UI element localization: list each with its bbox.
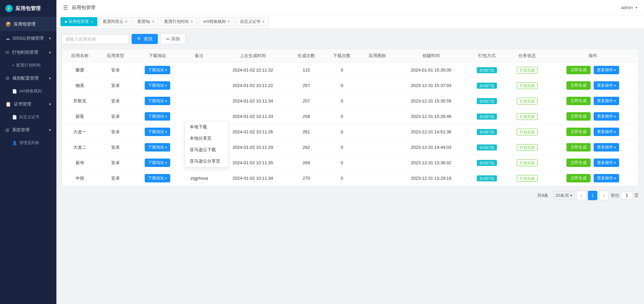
cell-app-icon (360, 78, 395, 93)
download-btn-row-4[interactable]: 下载地址 ▾ (145, 128, 170, 136)
sidebar: ⚡ 应用包管理 📦 应用包管理 ☁ OSS云存储管理 ▾ ✉ 打包时间管理 ▾ … (0, 0, 56, 304)
sidebar-item-cert[interactable]: 📋 证书管理 ▾ (0, 97, 56, 111)
pagination-prev-btn[interactable]: ‹ (577, 191, 586, 200)
tab-config-ali[interactable]: 配置阿里云 ✕ (99, 17, 132, 26)
generate-btn-row-0[interactable]: 立即生成 (566, 66, 591, 74)
status-badge: 打包完成 (517, 160, 538, 166)
sidebar-sub-admin-list[interactable]: 👤 管理员列表 (0, 137, 56, 149)
sidebar-item-pack-time[interactable]: ✉ 打包时间管理 ▾ (0, 45, 56, 59)
pagination-page-1-btn[interactable]: 1 (588, 191, 597, 200)
cell-dl-count: 0 (324, 78, 360, 93)
cell-app-type: 安卓 (98, 124, 133, 140)
pagination-next-btn[interactable]: › (599, 191, 609, 200)
header: ☰ 应用包管理 admin ▾ (56, 0, 644, 15)
more-btn-row-7[interactable]: 更多操作 ▾ (594, 174, 619, 182)
generate-btn-row-2[interactable]: 立即生成 (566, 97, 591, 105)
more-btn-row-5[interactable]: 更多操作 ▾ (594, 143, 619, 151)
tab-app-pack-close-icon[interactable]: ✕ (90, 20, 93, 24)
col-app-name: 应用名称 (62, 49, 98, 62)
admin-name[interactable]: admin (621, 5, 633, 10)
page-size-select[interactable]: 20条/页 ▾ (553, 191, 574, 200)
more-chevron-icon: ▾ (614, 145, 616, 149)
cell-last-gen: 2024-01-02 10:11:34 (217, 93, 288, 109)
tab-xml-replace[interactable]: xml替换规则 ✕ (199, 17, 234, 26)
table-row: 大道一 安卓 下载地址 ▾ 2024-01-02 10:11:26 261 0 … (62, 124, 638, 140)
more-chevron-icon: ▾ (614, 68, 616, 72)
cell-ops: 立即生成 更多操作 ▾ (547, 109, 638, 124)
tab-config-ali-close-icon[interactable]: ✕ (125, 20, 128, 24)
sidebar-sub-config-time[interactable]: + 配置打包时间 (0, 59, 56, 71)
sys-chevron: ▾ (49, 128, 51, 132)
cell-download-url: 下载地址 ▾ (133, 155, 181, 171)
dropdown-item-aws-share[interactable]: 亚马逊云分享页 (185, 156, 228, 167)
generate-btn-row-6[interactable]: 立即生成 (566, 159, 591, 167)
download-btn-row-1[interactable]: 下载地址 ▾ (145, 81, 170, 90)
more-btn-row-4[interactable]: 更多操作 ▾ (594, 128, 619, 136)
rule-config-chevron: ▾ (49, 76, 51, 81)
status-badge: 打包完成 (517, 129, 538, 135)
dropdown-item-local-dl[interactable]: 本地下载 (185, 121, 228, 133)
tab-config-pack-time-close-icon[interactable]: ✕ (190, 20, 193, 24)
page-content: 🔍 查找 ✏ 添加 应用名称 应用类型 下载地址 备注 (56, 28, 644, 304)
search-input[interactable] (62, 34, 129, 44)
download-chevron-icon: ▾ (165, 115, 167, 118)
col-created: 创建时间 (395, 49, 467, 62)
cell-created: 2023-12-31 14:44:03 (395, 140, 467, 155)
more-btn-row-1[interactable]: 更多操作 ▾ (594, 81, 619, 90)
cell-dl-count: 0 (324, 93, 360, 109)
col-note: 备注 (181, 49, 217, 62)
cell-download-url: 下载地址 ▾ (133, 78, 181, 93)
download-btn-row-0[interactable]: 下载地址 ▾ (145, 66, 170, 74)
tab-xml-replace-close-icon[interactable]: ✕ (227, 20, 230, 24)
cell-last-gen: 2024-01-02 10:11:32 (217, 62, 288, 78)
sidebar-sub-xml[interactable]: 📄 xml替换规则 (0, 85, 56, 97)
search-button-label: 查找 (144, 36, 152, 42)
generate-btn-row-1[interactable]: 立即生成 (566, 81, 591, 90)
generate-btn-row-7[interactable]: 立即生成 (566, 174, 591, 182)
tab-custom-cert[interactable]: 自定义证书 ✕ (236, 17, 269, 26)
generate-btn-row-5[interactable]: 立即生成 (566, 143, 591, 151)
more-btn-row-2[interactable]: 更多操作 ▾ (594, 97, 619, 105)
cert-icon: 📋 (5, 101, 11, 107)
sidebar-item-app-pack[interactable]: 📦 应用包管理 (0, 17, 56, 31)
cell-dl-count: 0 (324, 109, 360, 124)
sidebar-item-rule-config[interactable]: ⚙ 规则配置管理 ▾ (0, 71, 56, 85)
download-btn-row-3[interactable]: 下载地址 ▾ (145, 112, 170, 121)
download-btn-row-5[interactable]: 下载地址 ▾ (145, 143, 170, 151)
download-btn-row-2[interactable]: 下载地址 ▾ (145, 97, 170, 105)
tab-config-ftp[interactable]: 配置ftp ✕ (133, 17, 159, 26)
add-button[interactable]: ✏ 添加 (160, 34, 186, 44)
tab-config-ftp-close-icon[interactable]: ✕ (152, 20, 154, 24)
cell-pack-mode: 自动打包 (467, 93, 506, 109)
dropdown-item-aws-dl[interactable]: 亚马逊云下载 (185, 144, 228, 156)
cell-app-name: 大道二 (62, 140, 98, 155)
sidebar-item-app-pack-label: 应用包管理 (14, 21, 36, 27)
download-btn-row-7[interactable]: 下载地址 ▾ (145, 174, 170, 182)
sidebar-item-sys[interactable]: ⊞ 系统管理 ▾ (0, 123, 56, 137)
cell-status: 打包完成 (507, 109, 548, 124)
download-btn-row-6[interactable]: 下载地址 ▾ (145, 159, 170, 167)
tab-custom-cert-close-icon[interactable]: ✕ (262, 20, 265, 24)
dropdown-item-local-share[interactable]: 本地分享页 (185, 133, 228, 144)
more-btn-row-6[interactable]: 更多操作 ▾ (594, 159, 619, 167)
search-button[interactable]: 🔍 查找 (132, 34, 158, 44)
hamburger-icon[interactable]: ☰ (63, 4, 68, 11)
generate-btn-row-4[interactable]: 立即生成 (566, 128, 591, 136)
tab-app-pack-mgmt-label: 应用包管理 (68, 19, 89, 25)
more-btn-row-0[interactable]: 更多操作 ▾ (594, 66, 619, 74)
cell-ops: 立即生成 更多操作 ▾ (547, 62, 638, 78)
more-btn-row-3[interactable]: 更多操作 ▾ (594, 112, 619, 121)
oss-chevron: ▾ (49, 36, 51, 41)
generate-btn-row-3[interactable]: 立即生成 (566, 112, 591, 121)
admin-chevron-icon[interactable]: ▾ (636, 6, 637, 9)
sidebar-sub-custom-cert[interactable]: 📄 自定义证书 (0, 111, 56, 123)
cell-app-icon (360, 124, 395, 140)
cell-app-type: 安卓 (98, 78, 133, 93)
tab-config-pack-time[interactable]: 配置打包时间 ✕ (160, 17, 197, 26)
toolbar: 🔍 查找 ✏ 添加 (62, 34, 639, 44)
sidebar-item-oss[interactable]: ☁ OSS云存储管理 ▾ (0, 31, 56, 45)
cell-created: 2023-12-31 15:35:59 (395, 93, 467, 109)
custom-cert-label: 自定义证书 (19, 114, 39, 120)
tab-app-pack-mgmt[interactable]: 应用包管理 ✕ (60, 17, 97, 26)
jump-input[interactable] (621, 192, 633, 199)
